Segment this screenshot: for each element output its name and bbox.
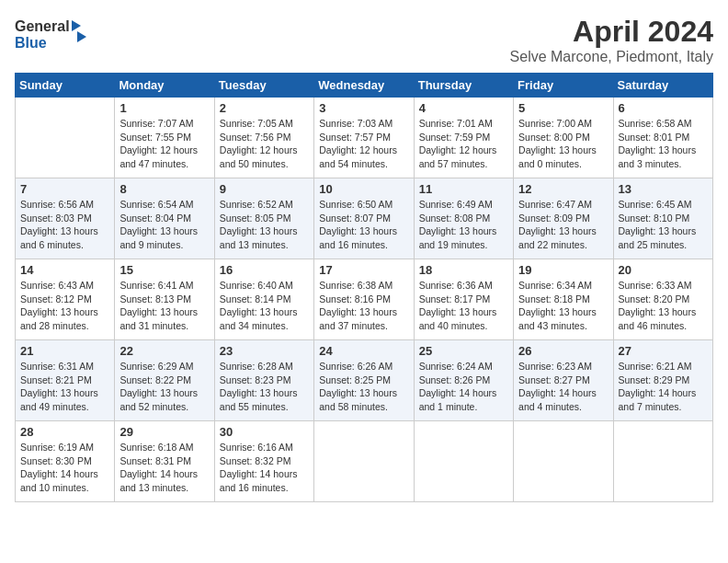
day-number: 30 — [220, 425, 309, 439]
day-info: Sunrise: 6:45 AM Sunset: 8:10 PM Dayligh… — [619, 198, 708, 252]
svg-marker-3 — [77, 31, 86, 42]
day-number: 8 — [119, 182, 209, 196]
day-info: Sunrise: 6:58 AM Sunset: 8:01 PM Dayligh… — [619, 117, 708, 171]
day-number: 26 — [518, 344, 608, 358]
day-number: 28 — [20, 425, 109, 439]
day-number: 5 — [518, 101, 608, 115]
day-info: Sunrise: 6:50 AM Sunset: 8:07 PM Dayligh… — [319, 198, 408, 252]
weekday-header-cell: Tuesday — [214, 74, 313, 98]
day-number: 23 — [220, 344, 309, 358]
day-info: Sunrise: 6:18 AM Sunset: 8:31 PM Dayligh… — [119, 441, 209, 495]
day-info: Sunrise: 6:29 AM Sunset: 8:22 PM Dayligh… — [119, 360, 209, 414]
day-info: Sunrise: 6:41 AM Sunset: 8:13 PM Dayligh… — [119, 279, 209, 333]
calendar-week-row: 28Sunrise: 6:19 AM Sunset: 8:30 PM Dayli… — [16, 421, 713, 502]
day-info: Sunrise: 6:28 AM Sunset: 8:23 PM Dayligh… — [220, 360, 309, 414]
calendar-subtitle: Selve Marcone, Piedmont, Italy — [510, 49, 713, 65]
day-info: Sunrise: 6:26 AM Sunset: 8:25 PM Dayligh… — [319, 360, 408, 414]
day-info: Sunrise: 6:43 AM Sunset: 8:12 PM Dayligh… — [20, 279, 109, 333]
day-number: 29 — [119, 425, 209, 439]
day-number: 25 — [419, 344, 508, 358]
calendar-table: SundayMondayTuesdayWednesdayThursdayFrid… — [15, 73, 713, 502]
day-number: 15 — [119, 263, 209, 277]
day-info: Sunrise: 6:56 AM Sunset: 8:03 PM Dayligh… — [20, 198, 109, 252]
day-number: 11 — [419, 182, 508, 196]
calendar-day-cell: 5Sunrise: 7:00 AM Sunset: 8:00 PM Daylig… — [514, 98, 613, 178]
calendar-day-cell: 12Sunrise: 6:47 AM Sunset: 8:09 PM Dayli… — [514, 178, 613, 259]
day-number: 20 — [619, 263, 708, 277]
calendar-day-cell — [314, 421, 414, 502]
calendar-day-cell: 8Sunrise: 6:54 AM Sunset: 8:04 PM Daylig… — [115, 178, 214, 259]
day-info: Sunrise: 6:16 AM Sunset: 8:32 PM Dayligh… — [220, 441, 309, 495]
calendar-day-cell: 19Sunrise: 6:34 AM Sunset: 8:18 PM Dayli… — [514, 259, 613, 340]
day-number: 16 — [220, 263, 309, 277]
logo: GeneralBlue — [15, 15, 88, 52]
calendar-day-cell: 29Sunrise: 6:18 AM Sunset: 8:31 PM Dayli… — [115, 421, 214, 502]
calendar-day-cell: 7Sunrise: 6:56 AM Sunset: 8:03 PM Daylig… — [16, 178, 115, 259]
day-number: 24 — [319, 344, 408, 358]
calendar-day-cell: 16Sunrise: 6:40 AM Sunset: 8:14 PM Dayli… — [214, 259, 313, 340]
day-info: Sunrise: 7:05 AM Sunset: 7:56 PM Dayligh… — [220, 117, 309, 171]
calendar-day-cell: 28Sunrise: 6:19 AM Sunset: 8:30 PM Dayli… — [16, 421, 115, 502]
day-number: 6 — [619, 101, 708, 115]
day-info: Sunrise: 6:49 AM Sunset: 8:08 PM Dayligh… — [419, 198, 508, 252]
day-info: Sunrise: 6:38 AM Sunset: 8:16 PM Dayligh… — [319, 279, 408, 333]
day-number: 7 — [20, 182, 109, 196]
calendar-day-cell: 6Sunrise: 6:58 AM Sunset: 8:01 PM Daylig… — [613, 98, 712, 178]
day-info: Sunrise: 6:24 AM Sunset: 8:26 PM Dayligh… — [419, 360, 508, 414]
day-info: Sunrise: 6:34 AM Sunset: 8:18 PM Dayligh… — [518, 279, 608, 333]
title-block: April 2024 Selve Marcone, Piedmont, Ital… — [510, 15, 713, 65]
svg-text:Blue: Blue — [15, 35, 47, 51]
day-info: Sunrise: 6:54 AM Sunset: 8:04 PM Dayligh… — [119, 198, 209, 252]
day-info: Sunrise: 6:40 AM Sunset: 8:14 PM Dayligh… — [220, 279, 309, 333]
weekday-header-cell: Monday — [115, 74, 214, 98]
calendar-day-cell: 15Sunrise: 6:41 AM Sunset: 8:13 PM Dayli… — [115, 259, 214, 340]
day-number: 14 — [20, 263, 109, 277]
calendar-day-cell — [613, 421, 712, 502]
day-number: 12 — [518, 182, 608, 196]
weekday-header-cell: Sunday — [16, 74, 115, 98]
day-number: 4 — [419, 101, 508, 115]
day-number: 10 — [319, 182, 408, 196]
calendar-week-row: 1Sunrise: 7:07 AM Sunset: 7:55 PM Daylig… — [16, 98, 713, 178]
day-number: 22 — [119, 344, 209, 358]
calendar-day-cell — [514, 421, 613, 502]
calendar-day-cell: 30Sunrise: 6:16 AM Sunset: 8:32 PM Dayli… — [214, 421, 313, 502]
day-info: Sunrise: 6:21 AM Sunset: 8:29 PM Dayligh… — [619, 360, 708, 414]
calendar-day-cell: 3Sunrise: 7:03 AM Sunset: 7:57 PM Daylig… — [314, 98, 414, 178]
calendar-day-cell: 24Sunrise: 6:26 AM Sunset: 8:25 PM Dayli… — [314, 340, 414, 421]
day-number: 13 — [619, 182, 708, 196]
weekday-header-cell: Friday — [514, 74, 613, 98]
calendar-day-cell: 18Sunrise: 6:36 AM Sunset: 8:17 PM Dayli… — [414, 259, 513, 340]
day-number: 2 — [220, 101, 309, 115]
day-info: Sunrise: 6:23 AM Sunset: 8:27 PM Dayligh… — [518, 360, 608, 414]
calendar-day-cell: 25Sunrise: 6:24 AM Sunset: 8:26 PM Dayli… — [414, 340, 513, 421]
day-info: Sunrise: 6:36 AM Sunset: 8:17 PM Dayligh… — [419, 279, 508, 333]
calendar-day-cell: 9Sunrise: 6:52 AM Sunset: 8:05 PM Daylig… — [214, 178, 313, 259]
calendar-week-row: 14Sunrise: 6:43 AM Sunset: 8:12 PM Dayli… — [16, 259, 713, 340]
day-info: Sunrise: 7:07 AM Sunset: 7:55 PM Dayligh… — [119, 117, 209, 171]
svg-marker-2 — [72, 20, 81, 31]
weekday-header-cell: Thursday — [414, 74, 513, 98]
day-number: 19 — [518, 263, 608, 277]
day-info: Sunrise: 7:01 AM Sunset: 7:59 PM Dayligh… — [419, 117, 508, 171]
calendar-day-cell: 23Sunrise: 6:28 AM Sunset: 8:23 PM Dayli… — [214, 340, 313, 421]
calendar-title: April 2024 — [510, 15, 713, 49]
logo-icon: GeneralBlue — [15, 15, 88, 52]
calendar-day-cell: 27Sunrise: 6:21 AM Sunset: 8:29 PM Dayli… — [613, 340, 712, 421]
day-info: Sunrise: 6:47 AM Sunset: 8:09 PM Dayligh… — [518, 198, 608, 252]
page-header: GeneralBlue April 2024 Selve Marcone, Pi… — [15, 15, 713, 65]
calendar-day-cell: 2Sunrise: 7:05 AM Sunset: 7:56 PM Daylig… — [214, 98, 313, 178]
day-number: 9 — [220, 182, 309, 196]
day-number: 1 — [119, 101, 209, 115]
day-number: 17 — [319, 263, 408, 277]
calendar-body: 1Sunrise: 7:07 AM Sunset: 7:55 PM Daylig… — [16, 98, 713, 502]
calendar-day-cell — [414, 421, 513, 502]
calendar-week-row: 21Sunrise: 6:31 AM Sunset: 8:21 PM Dayli… — [16, 340, 713, 421]
day-info: Sunrise: 6:19 AM Sunset: 8:30 PM Dayligh… — [20, 441, 109, 495]
day-info: Sunrise: 6:52 AM Sunset: 8:05 PM Dayligh… — [220, 198, 309, 252]
calendar-day-cell: 14Sunrise: 6:43 AM Sunset: 8:12 PM Dayli… — [16, 259, 115, 340]
weekday-header-cell: Saturday — [613, 74, 712, 98]
weekday-header-cell: Wednesday — [314, 74, 414, 98]
calendar-week-row: 7Sunrise: 6:56 AM Sunset: 8:03 PM Daylig… — [16, 178, 713, 259]
svg-text:General: General — [15, 18, 70, 34]
